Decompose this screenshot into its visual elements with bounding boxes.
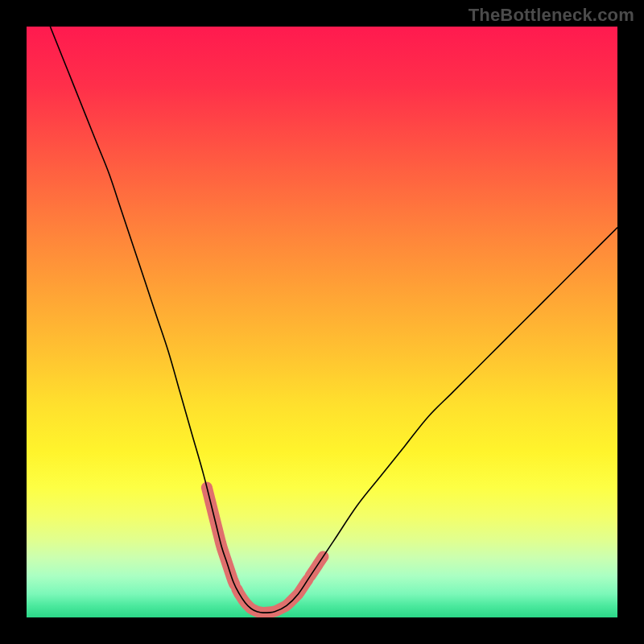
watermark-text: TheBottleneck.com [469,5,634,26]
highlight-segment [276,580,308,611]
chart-svg [27,27,617,617]
plot-area [27,27,617,617]
chart-container: TheBottleneck.com [0,0,644,644]
highlight-segment [237,589,274,613]
highlight-segments [207,488,324,613]
curve-line [50,27,617,613]
